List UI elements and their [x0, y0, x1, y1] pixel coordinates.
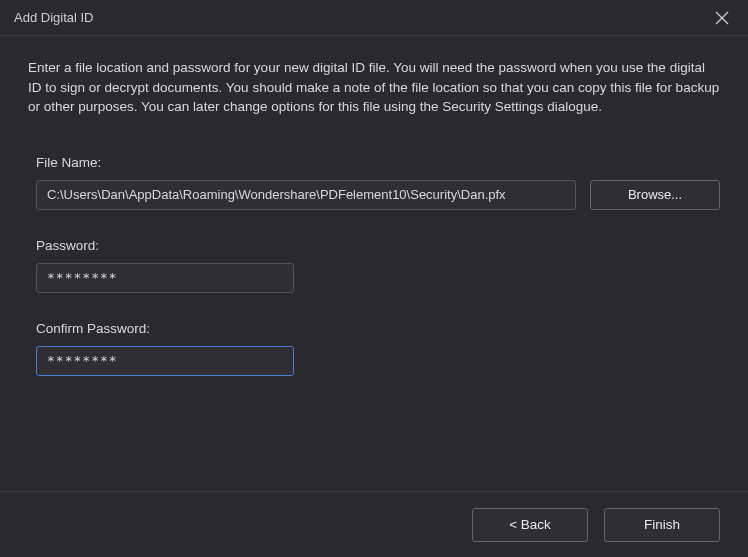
- file-name-row: Browse...: [36, 180, 720, 210]
- description-text: Enter a file location and password for y…: [28, 58, 720, 117]
- password-group: Password:: [36, 238, 720, 293]
- password-input[interactable]: [36, 263, 294, 293]
- close-button[interactable]: [710, 6, 734, 30]
- confirm-password-label: Confirm Password:: [36, 321, 720, 336]
- file-name-label: File Name:: [36, 155, 720, 170]
- close-icon: [715, 11, 729, 25]
- dialog-footer: < Back Finish: [0, 491, 748, 557]
- confirm-password-group: Confirm Password:: [36, 321, 720, 376]
- back-button[interactable]: < Back: [472, 508, 588, 542]
- titlebar: Add Digital ID: [0, 0, 748, 36]
- confirm-password-input[interactable]: [36, 346, 294, 376]
- form-section: File Name: Browse... Password: Confirm P…: [28, 155, 720, 376]
- password-label: Password:: [36, 238, 720, 253]
- file-name-input[interactable]: [36, 180, 576, 210]
- window-title: Add Digital ID: [14, 10, 93, 25]
- browse-button[interactable]: Browse...: [590, 180, 720, 210]
- finish-button[interactable]: Finish: [604, 508, 720, 542]
- dialog-content: Enter a file location and password for y…: [0, 36, 748, 376]
